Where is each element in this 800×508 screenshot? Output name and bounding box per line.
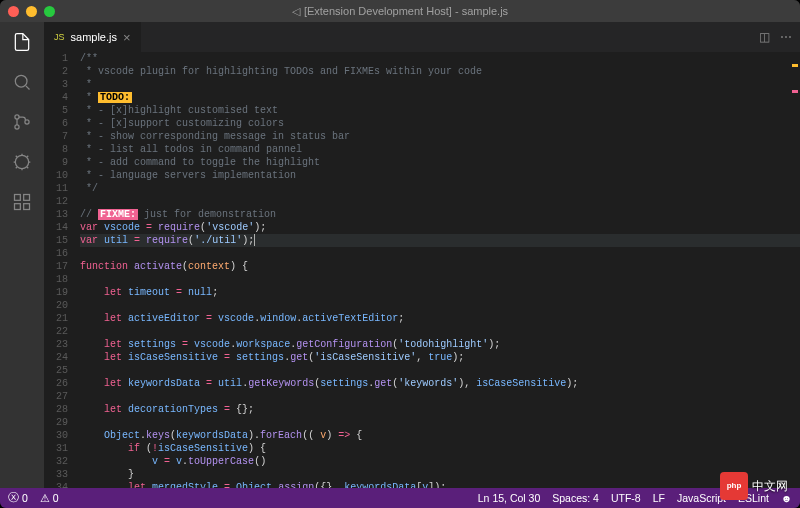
line-number: 14 bbox=[44, 221, 68, 234]
status-cursor[interactable]: Ln 15, Col 30 bbox=[478, 492, 540, 504]
line-number: 2 bbox=[44, 65, 68, 78]
code-line[interactable]: let timeout = null; bbox=[80, 286, 800, 299]
line-number: 28 bbox=[44, 403, 68, 416]
watermark: php 中文网 bbox=[720, 472, 788, 500]
status-warnings[interactable]: ⚠ 0 bbox=[40, 492, 59, 504]
code-line[interactable]: * - add command to toggle the highlight bbox=[80, 156, 800, 169]
code-line[interactable]: * bbox=[80, 78, 800, 91]
code-line[interactable]: if (!isCaseSensitive) { bbox=[80, 442, 800, 455]
more-actions-icon[interactable]: ⋯ bbox=[780, 30, 792, 44]
code-line[interactable]: /** bbox=[80, 52, 800, 65]
todo-highlight: TODO: bbox=[98, 92, 132, 103]
vscode-window: ◁ [Extension Development Host] - sample.… bbox=[0, 0, 800, 508]
line-number: 12 bbox=[44, 195, 68, 208]
code-line[interactable]: var vscode = require('vscode'); bbox=[80, 221, 800, 234]
maximize-window-button[interactable] bbox=[44, 6, 55, 17]
code-line[interactable]: v = v.toUpperCase() bbox=[80, 455, 800, 468]
line-number: 33 bbox=[44, 468, 68, 481]
line-number: 13 bbox=[44, 208, 68, 221]
traffic-lights bbox=[8, 6, 55, 17]
svg-point-0 bbox=[15, 75, 27, 87]
code-line[interactable]: let settings = vscode.workspace.getConfi… bbox=[80, 338, 800, 351]
code-line[interactable]: Object.keys(keywordsData).forEach(( v) =… bbox=[80, 429, 800, 442]
code-line[interactable]: * - language servers implementation bbox=[80, 169, 800, 182]
code-line[interactable]: let decorationTypes = {}; bbox=[80, 403, 800, 416]
source-control-icon[interactable] bbox=[10, 110, 34, 134]
code-line[interactable]: * TODO: bbox=[80, 91, 800, 104]
status-encoding[interactable]: UTF-8 bbox=[611, 492, 641, 504]
code-editor[interactable]: 1234567891011121314151617181920212223242… bbox=[44, 52, 800, 488]
status-indent[interactable]: Spaces: 4 bbox=[552, 492, 599, 504]
fixme-highlight: FIXME: bbox=[98, 209, 138, 220]
svg-rect-7 bbox=[15, 204, 21, 210]
text-cursor bbox=[254, 234, 255, 246]
line-number: 6 bbox=[44, 117, 68, 130]
code-line[interactable]: var util = require('./util'); bbox=[80, 234, 800, 247]
search-icon[interactable] bbox=[10, 70, 34, 94]
ruler-decoration[interactable] bbox=[792, 64, 798, 67]
line-number: 18 bbox=[44, 273, 68, 286]
code-line[interactable]: * - list all todos in command pannel bbox=[80, 143, 800, 156]
status-bar: ⓧ 0 ⚠ 0 Ln 15, Col 30 Spaces: 4 UTF-8 LF… bbox=[0, 488, 800, 508]
line-number: 32 bbox=[44, 455, 68, 468]
status-eol[interactable]: LF bbox=[653, 492, 665, 504]
extensions-icon[interactable] bbox=[10, 190, 34, 214]
code-line[interactable]: * - [x]highlight customised text bbox=[80, 104, 800, 117]
code-line[interactable] bbox=[80, 273, 800, 286]
code-line[interactable]: let isCaseSensitive = settings.get('isCa… bbox=[80, 351, 800, 364]
svg-rect-6 bbox=[24, 195, 30, 201]
svg-point-1 bbox=[15, 115, 19, 119]
code-line[interactable] bbox=[80, 299, 800, 312]
svg-rect-8 bbox=[24, 204, 30, 210]
line-number: 8 bbox=[44, 143, 68, 156]
watermark-text: 中文网 bbox=[752, 478, 788, 495]
window-title: ◁ [Extension Development Host] - sample.… bbox=[292, 5, 508, 18]
line-number: 19 bbox=[44, 286, 68, 299]
debug-icon[interactable] bbox=[10, 150, 34, 174]
close-tab-icon[interactable]: × bbox=[123, 30, 131, 45]
line-number: 3 bbox=[44, 78, 68, 91]
explorer-icon[interactable] bbox=[10, 30, 34, 54]
code-line[interactable] bbox=[80, 195, 800, 208]
tab-sample-js[interactable]: JS sample.js × bbox=[44, 22, 142, 52]
line-number: 23 bbox=[44, 338, 68, 351]
tab-group: JS sample.js × bbox=[44, 22, 142, 52]
line-number: 30 bbox=[44, 429, 68, 442]
window-body: JS sample.js × ◫ ⋯ 123456789101112131415… bbox=[0, 22, 800, 488]
tab-bar: JS sample.js × ◫ ⋯ bbox=[44, 22, 800, 52]
code-line[interactable]: // FIXME: just for demonstration bbox=[80, 208, 800, 221]
code-line[interactable]: let activeEditor = vscode.window.activeT… bbox=[80, 312, 800, 325]
code-line[interactable] bbox=[80, 390, 800, 403]
code-line[interactable]: * vscode plugin for highlighting TODOs a… bbox=[80, 65, 800, 78]
line-number: 7 bbox=[44, 130, 68, 143]
ruler-decoration[interactable] bbox=[792, 90, 798, 93]
split-editor-icon[interactable]: ◫ bbox=[759, 30, 770, 44]
code-line[interactable] bbox=[80, 416, 800, 429]
code-line[interactable] bbox=[80, 247, 800, 260]
line-number: 31 bbox=[44, 442, 68, 455]
code-line[interactable]: * - show corresponding message in status… bbox=[80, 130, 800, 143]
tab-actions: ◫ ⋯ bbox=[759, 30, 792, 44]
line-number: 26 bbox=[44, 377, 68, 390]
code-line[interactable]: let mergedStyle = Object.assign({}, keyw… bbox=[80, 481, 800, 488]
close-window-button[interactable] bbox=[8, 6, 19, 17]
minimize-window-button[interactable] bbox=[26, 6, 37, 17]
overview-ruler[interactable] bbox=[790, 52, 800, 488]
js-file-icon: JS bbox=[54, 32, 65, 42]
code-line[interactable] bbox=[80, 364, 800, 377]
code-line[interactable]: } bbox=[80, 468, 800, 481]
code-line[interactable]: let keywordsData = util.getKeywords(sett… bbox=[80, 377, 800, 390]
line-number: 34 bbox=[44, 481, 68, 488]
status-errors[interactable]: ⓧ 0 bbox=[8, 491, 28, 505]
warning-icon: ⚠ bbox=[40, 492, 50, 504]
code-line[interactable]: function activate(context) { bbox=[80, 260, 800, 273]
status-language[interactable]: JavaScript bbox=[677, 492, 726, 504]
code-content[interactable]: /** * vscode plugin for highlighting TOD… bbox=[80, 52, 800, 488]
code-line[interactable]: * - [x]support customizing colors bbox=[80, 117, 800, 130]
code-line[interactable]: */ bbox=[80, 182, 800, 195]
line-number: 20 bbox=[44, 299, 68, 312]
line-number: 17 bbox=[44, 260, 68, 273]
line-number: 16 bbox=[44, 247, 68, 260]
line-number: 4 bbox=[44, 91, 68, 104]
code-line[interactable] bbox=[80, 325, 800, 338]
